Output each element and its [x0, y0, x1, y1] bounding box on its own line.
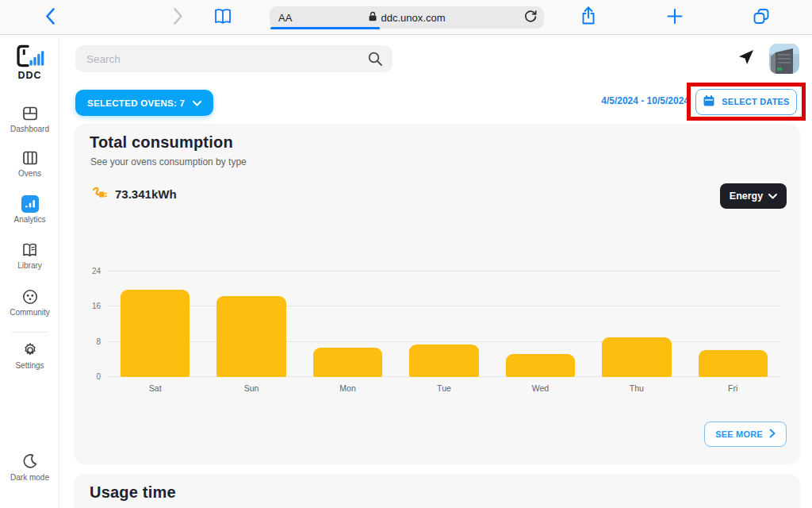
address-bar[interactable]: AA ddc.unox.com — [270, 6, 544, 29]
search-box — [75, 45, 393, 72]
select-dates-label: SELECT DATES — [722, 97, 789, 106]
paper-plane-icon — [737, 48, 756, 69]
dark-mode-toggle[interactable]: Dark mode — [0, 453, 59, 482]
sidebar-item-community[interactable]: Community — [0, 288, 59, 317]
x-axis-label: Wed — [492, 383, 588, 393]
chevron-down-icon — [768, 190, 777, 202]
bar-fri[interactable] — [699, 350, 768, 377]
calendar-icon — [703, 94, 715, 109]
library-icon — [0, 241, 59, 259]
bar-column — [492, 271, 588, 377]
analytics-icon — [0, 195, 59, 213]
reload-button[interactable] — [523, 10, 538, 26]
moon-icon — [0, 453, 59, 471]
sidebar-item-dashboard[interactable]: Dashboard — [0, 105, 59, 133]
app-logo[interactable]: DDC — [0, 44, 59, 81]
bar-column — [203, 271, 299, 377]
chevron-right-icon — [769, 429, 776, 440]
page-load-progress — [270, 27, 380, 29]
card-subtitle: See your ovens consumption by type — [90, 156, 247, 167]
date-range-text: 4/5/2024 - 10/5/2024 — [601, 95, 689, 106]
bar-sat[interactable] — [121, 290, 190, 377]
sidebar-item-ovens[interactable]: Ovens — [0, 149, 59, 178]
select-dates-button[interactable]: SELECT DATES — [695, 89, 797, 115]
browser-forward-button[interactable] — [174, 8, 184, 28]
bar-column — [396, 271, 492, 377]
url-display: ddc.unox.com — [369, 11, 446, 24]
selected-ovens-button[interactable]: SELECTED OVENS: 7 — [75, 90, 213, 116]
ddc-logo-icon — [14, 56, 46, 70]
see-more-label: SEE MORE — [715, 429, 763, 439]
sidebar-item-settings[interactable]: Settings — [0, 341, 59, 370]
bar-thu[interactable] — [602, 337, 671, 377]
lock-icon — [369, 11, 377, 24]
x-axis-label: Thu — [588, 383, 684, 393]
bar-column — [685, 271, 781, 377]
app-frame: DDC Dashboard Ovens Analytics Library Co — [0, 35, 812, 508]
gear-icon — [0, 341, 59, 359]
bar-column — [588, 271, 684, 377]
sidebar-item-label: Dashboard — [0, 125, 59, 133]
bar-wed[interactable] — [506, 354, 575, 377]
browser-back-button[interactable] — [45, 8, 56, 28]
search-input[interactable] — [75, 45, 393, 72]
chart-bars — [107, 271, 781, 377]
y-axis-tick-label: 24 — [80, 267, 101, 275]
dashboard-icon — [0, 105, 59, 122]
avatar[interactable] — [769, 44, 799, 74]
x-axis-label: Mon — [300, 383, 396, 393]
plus-icon — [666, 8, 684, 28]
share-icon — [580, 6, 597, 29]
bar-sun[interactable] — [216, 296, 285, 377]
sidebar: DDC Dashboard Ovens Analytics Library Co — [0, 35, 59, 508]
reading-list-button[interactable] — [213, 8, 232, 28]
chart-xlabels: SatSunMonTueWedThuFri — [107, 383, 781, 393]
main-content: SELECTED OVENS: 7 4/5/2024 - 10/5/2024 S… — [59, 35, 812, 508]
x-axis-label: Fri — [685, 383, 781, 393]
browser-toolbar: AA ddc.unox.com — [0, 0, 812, 35]
new-tab-button[interactable] — [666, 8, 684, 28]
screen: AA ddc.unox.com DDC — [0, 0, 812, 508]
energy-plug-icon — [90, 184, 110, 202]
sidebar-item-label: Settings — [0, 361, 59, 370]
url-text: ddc.unox.com — [381, 12, 446, 24]
y-axis-tick-label: 16 — [80, 302, 101, 310]
sidebar-item-library[interactable]: Library — [0, 241, 59, 270]
tabs-icon — [752, 7, 771, 29]
bar-mon[interactable] — [313, 348, 382, 377]
see-more-button[interactable]: SEE MORE — [704, 421, 787, 447]
chevron-left-icon — [45, 8, 56, 28]
share-button[interactable] — [580, 6, 597, 29]
card-title: Usage time — [90, 483, 176, 502]
sidebar-item-label: Analytics — [0, 215, 59, 224]
community-icon — [0, 288, 59, 306]
sidebar-item-label: Library — [0, 261, 59, 270]
sidebar-divider — [11, 332, 48, 333]
ovens-icon — [0, 149, 59, 167]
annotation-highlight-box: SELECT DATES — [687, 83, 806, 121]
chevron-right-icon — [174, 8, 184, 28]
consumption-type-label: Energy — [730, 190, 763, 202]
sidebar-item-label: Ovens — [0, 169, 59, 178]
logo-text: DDC — [0, 70, 59, 81]
total-consumption-card: Total consumption See your ovens consump… — [74, 124, 800, 464]
total-consumption-value: 73.341kWh — [115, 187, 177, 201]
send-button[interactable] — [734, 46, 758, 70]
y-axis-tick-label: 0 — [80, 373, 101, 381]
bar-column — [300, 271, 396, 377]
search-icon[interactable] — [367, 51, 383, 67]
reader-options-button[interactable]: AA — [278, 12, 292, 24]
tabs-button[interactable] — [752, 7, 771, 29]
y-axis-tick-label: 8 — [80, 338, 101, 346]
sidebar-item-analytics[interactable]: Analytics — [0, 195, 59, 224]
bar-tue[interactable] — [409, 344, 478, 377]
bar-column — [107, 271, 203, 377]
consumption-type-dropdown[interactable]: Energy — [720, 183, 787, 209]
x-axis-label: Sat — [107, 383, 203, 393]
chevron-down-icon — [193, 98, 201, 108]
x-axis-label: Sun — [203, 383, 299, 393]
building-photo — [769, 63, 799, 74]
card-title: Total consumption — [90, 133, 233, 152]
selected-ovens-label: SELECTED OVENS: 7 — [87, 98, 185, 108]
x-axis-label: Tue — [396, 383, 492, 393]
